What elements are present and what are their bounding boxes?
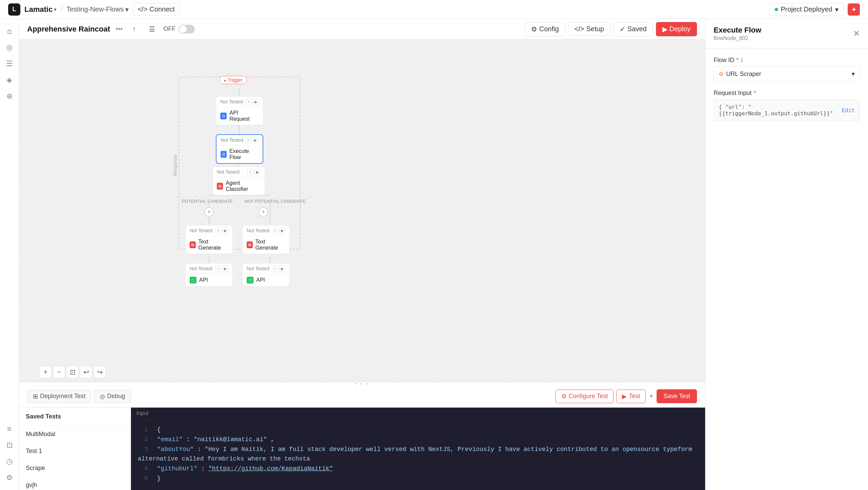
code-line-1: 1 { xyxy=(138,425,698,435)
flow-id-select[interactable]: ⚙ URL Scraper ▾ xyxy=(714,66,860,81)
brand-name[interactable]: Lamatic ▾ xyxy=(24,5,56,14)
logo[interactable]: L xyxy=(8,3,20,16)
api-2-node[interactable]: Not Tested < ▶ ⬡ API xyxy=(242,263,290,287)
setup-button[interactable]: </> Setup xyxy=(568,22,610,36)
bottom-panel: • • • ⊞ Deployment Test ◎ Debug ⚙ Config… xyxy=(19,381,705,490)
deployment-test-button[interactable]: ⊞ Deployment Test xyxy=(27,390,91,403)
response-label: Response xyxy=(172,155,178,176)
bottom-toolbar: ⊞ Deployment Test ◎ Debug ⚙ Configure Te… xyxy=(19,385,705,408)
agent-classifier-node[interactable]: Not Tested < ▶ ⊠ Agent Classifier xyxy=(212,166,265,195)
info-icon[interactable]: ℹ xyxy=(741,57,743,63)
sidebar-home-icon[interactable]: ⌂ xyxy=(3,24,16,38)
branch-label-potential: POTENTIAL CANDIDATE xyxy=(182,199,233,204)
sidebar-clock-icon[interactable]: ◷ xyxy=(3,455,16,468)
toggle-wrap: OFF xyxy=(164,25,195,34)
nav-left: L Lamatic ▾ / Testing-New-Flows ▾ </> Co… xyxy=(8,3,180,16)
input-panel: Input 1 { 2 "email" : "naitikk@lamatic.a… xyxy=(131,408,705,490)
flow-id-field: Flow ID * ℹ ⚙ URL Scraper ▾ xyxy=(714,57,860,81)
right-panel-subtitle: flowNode_802 xyxy=(714,35,761,41)
configure-test-button[interactable]: ⚙ Configure Test xyxy=(555,390,614,403)
list-view-button[interactable]: ☰ xyxy=(146,23,158,35)
redo-button[interactable]: ↪ xyxy=(94,366,106,378)
bottom-content: Saved Tests MultiModal Test 1 Scrape gvj… xyxy=(19,408,705,490)
project-chevron-icon: ▾ xyxy=(125,5,129,14)
debug-button[interactable]: ◎ Debug xyxy=(94,390,131,403)
test-item-scrape[interactable]: Scrape xyxy=(19,460,131,477)
branch-label-not-potential: NOT POTENTIAL CANDIDATE xyxy=(245,199,306,204)
flow-id-label: Flow ID * ℹ xyxy=(714,57,860,64)
upload-button[interactable]: ↑ xyxy=(128,23,140,35)
flow-title: Apprehensive Raincoat xyxy=(27,25,110,34)
input-tab: Input xyxy=(131,408,705,419)
deployed-dot-icon xyxy=(775,8,778,11)
zoom-out-button[interactable]: − xyxy=(53,366,65,378)
toolbar-left: Apprehensive Raincoat ••• ↑ ☰ OFF xyxy=(27,23,195,35)
project-name[interactable]: Testing-New-Flows ▾ xyxy=(67,5,129,14)
request-input-label: Request Input * xyxy=(714,90,860,97)
toggle-switch[interactable] xyxy=(178,25,195,34)
code-line-4: 4 "githubUrl" : "https://github.com/Kapa… xyxy=(138,464,698,474)
save-test-button[interactable]: Save Test xyxy=(657,389,697,403)
brand-chevron-icon: ▾ xyxy=(54,7,56,12)
connect-button[interactable]: </> Connect xyxy=(133,3,180,16)
api-1-node[interactable]: Not Tested < ▶ ⬡ API xyxy=(185,263,233,287)
config-button[interactable]: ⚙ Config xyxy=(525,22,565,36)
saved-tests-title: Saved Tests xyxy=(19,408,131,426)
test-item-gvjh[interactable]: gvjh xyxy=(19,477,131,490)
add-node-button-left[interactable]: + xyxy=(204,207,214,217)
setup-icon: </> xyxy=(574,25,584,33)
drag-handle[interactable]: • • • xyxy=(19,382,705,385)
text-generate-2-node[interactable]: Not Tested < ▶ ⊠ Text Generate xyxy=(242,225,290,254)
close-button[interactable]: ✕ xyxy=(853,29,860,38)
debug-icon: ◎ xyxy=(100,393,105,400)
sidebar-list-icon[interactable]: ≡ xyxy=(3,422,16,436)
toggle-knob xyxy=(179,25,187,33)
flow-menu-button[interactable]: ••• xyxy=(116,25,123,33)
right-panel-title: Execute Flow xyxy=(714,26,761,35)
text-generate-1-node[interactable]: Not Tested < ▶ ⊠ Text Generate xyxy=(185,225,233,254)
user-icon-btn[interactable]: ✦ xyxy=(848,3,860,16)
test-button[interactable]: ▶ Test xyxy=(616,390,646,403)
code-line-3: 3 "aboutYou" : "Hey I am Naitik, I am fu… xyxy=(138,445,698,464)
fit-view-button[interactable]: ⊡ xyxy=(67,366,79,378)
right-panel-body: Flow ID * ℹ ⚙ URL Scraper ▾ Request Inpu… xyxy=(705,48,868,490)
toggle-label: OFF xyxy=(164,25,176,33)
test-item-multimodal[interactable]: MultiModal xyxy=(19,426,131,443)
right-panel: Execute Flow flowNode_802 ✕ Flow ID * ℹ … xyxy=(705,19,868,490)
deploy-button[interactable]: ▶ Deploy xyxy=(656,22,697,36)
config-icon: ⚙ xyxy=(531,25,537,33)
add-node-button-right[interactable]: + xyxy=(259,207,268,217)
code-line-2: 2 "email" : "naitikk@lamatic.ai" , xyxy=(138,435,698,445)
code-editor[interactable]: 1 { 2 "email" : "naitikk@lamatic.ai" , 3 xyxy=(131,419,705,489)
request-input-box[interactable]: { "url": "{{triggerNode_1.output.githubU… xyxy=(714,99,860,121)
sidebar-search-icon[interactable]: ◎ xyxy=(3,41,16,54)
sidebar-save-icon[interactable]: ⊡ xyxy=(3,438,16,452)
sidebar-gear-icon[interactable]: ⚙ xyxy=(3,471,16,485)
select-chevron-icon: ▾ xyxy=(852,70,855,78)
canvas-controls: + − ⊡ ↩ ↪ xyxy=(39,366,106,378)
sidebar-document-icon[interactable]: ☰ xyxy=(3,57,16,71)
undo-button[interactable]: ↩ xyxy=(80,366,92,378)
saved-tests-panel: Saved Tests MultiModal Test 1 Scrape gvj… xyxy=(19,408,131,490)
sidebar-users-icon[interactable]: ⊕ xyxy=(3,90,16,103)
edit-link[interactable]: Edit xyxy=(842,107,855,114)
saved-icon: ✓ xyxy=(620,25,625,33)
connect-icon: </> xyxy=(138,5,148,13)
api-request-node[interactable]: Not Tested < ▶ ⊙ API Request xyxy=(216,96,263,125)
flow-id-select-icon: ⚙ xyxy=(719,71,723,77)
right-panel-title-block: Execute Flow flowNode_802 xyxy=(714,26,761,41)
canvas-area: Apprehensive Raincoat ••• ↑ ☰ OFF ⚙ Conf… xyxy=(19,19,705,490)
left-sidebar: ⌂ ◎ ☰ ◈ ⊕ ≡ ⊡ ◷ ⚙ xyxy=(0,19,19,490)
toolbar-right: ⚙ Config </> Setup ✓ Saved ▶ Deploy xyxy=(525,22,697,36)
right-panel-header: Execute Flow flowNode_802 ✕ xyxy=(705,19,868,48)
deployed-badge[interactable]: Project Deployed ▾ xyxy=(770,3,844,16)
code-line-5: 5 } xyxy=(138,474,698,484)
sidebar-map-icon[interactable]: ◈ xyxy=(3,73,16,87)
execute-flow-node[interactable]: Not Tested < ▶ ⊡ Execute Flow xyxy=(216,134,263,164)
zoom-in-button[interactable]: + xyxy=(39,366,52,378)
deployed-chevron-icon: ▾ xyxy=(835,5,838,14)
main-layout: ⌂ ◎ ☰ ◈ ⊕ ≡ ⊡ ◷ ⚙ Apprehensive Raincoat … xyxy=(0,19,868,490)
test-item-test1[interactable]: Test 1 xyxy=(19,443,131,460)
play-icon: ▶ xyxy=(622,393,627,400)
saved-button[interactable]: ✓ Saved xyxy=(613,22,653,36)
